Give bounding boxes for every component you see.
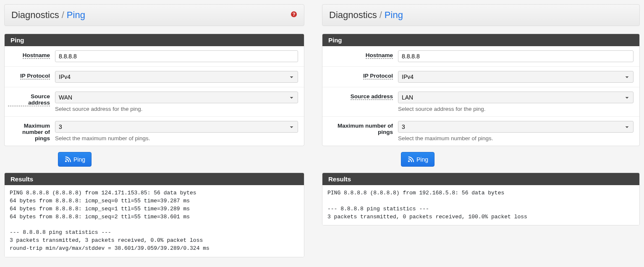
hostname-label: Hostname [5,50,55,59]
breadcrumb-bar: Diagnostics / Ping ? [4,4,304,26]
hostname-input[interactable] [398,50,634,62]
ping-form-panel: Ping Hostname IP Protocol IPv4 Source ad… [322,34,640,146]
help-icon[interactable]: ? [291,11,297,19]
action-row: Ping [322,152,640,167]
ipproto-row: IP Protocol IPv4 [322,67,639,87]
breadcrumb-current[interactable]: Ping [385,10,403,21]
panel-title: Ping [322,34,639,46]
hostname-row: Hostname [322,46,639,67]
results-panel: Results PING 8.8.8.8 (8.8.8.8) from 124.… [4,173,304,257]
left-pane: Diagnostics / Ping ? Ping Hostname IP Pr… [0,0,322,267]
ping-button-label: Ping [416,156,428,163]
ping-button[interactable]: Ping [401,152,435,167]
source-label: Source address [5,92,55,106]
panel-title: Ping [5,34,304,46]
hostname-row: Hostname [5,46,304,67]
ipproto-label: IP Protocol [322,71,398,79]
results-title: Results [5,173,304,185]
maxpings-row: Maximum number of pings 3 Select the max… [322,117,639,146]
right-pane: Diagnostics / Ping Ping Hostname IP Prot… [322,0,644,267]
breadcrumb: Diagnostics / Ping [329,10,403,21]
breadcrumb-current[interactable]: Ping [67,10,85,21]
ipproto-select[interactable]: IPv4 [55,71,298,83]
hostname-label: Hostname [322,50,398,59]
breadcrumb-parent[interactable]: Diagnostics [329,10,377,21]
maxpings-select[interactable]: 3 [398,121,634,133]
breadcrumb-bar: Diagnostics / Ping [322,4,640,26]
breadcrumb-separator: / [62,10,64,21]
source-select[interactable]: WAN [55,92,298,103]
source-help: Select source address for the ping. [398,106,634,112]
source-help: Select source address for the ping. [55,106,298,112]
results-output: PING 8.8.8.8 (8.8.8.8) from 124.171.153.… [5,185,304,257]
maxpings-help: Select the maximum number of pings. [55,135,298,141]
ipproto-label: IP Protocol [5,71,55,79]
ping-form-panel: Ping Hostname IP Protocol IPv4 Source ad… [4,34,304,146]
breadcrumb: Diagnostics / Ping [11,10,85,21]
ipproto-row: IP Protocol IPv4 [5,67,304,87]
maxpings-label: Maximum number of pings [5,121,55,141]
breadcrumb-parent[interactable]: Diagnostics [11,10,59,21]
maxpings-select[interactable]: 3 [55,121,298,133]
maxpings-row: Maximum number of pings 3 Select the max… [5,117,304,146]
results-output: PING 8.8.8.8 (8.8.8.8) from 192.168.5.8:… [322,185,639,225]
hostname-input[interactable] [55,50,298,62]
ipproto-select[interactable]: IPv4 [398,71,634,83]
results-title: Results [322,173,639,185]
action-row: Ping [4,152,304,167]
maxpings-help: Select the maximum number of pings. [398,135,634,141]
rss-icon [407,155,414,163]
rss-icon [64,155,71,163]
source-select[interactable]: LAN [398,92,634,103]
ping-button-label: Ping [73,156,85,163]
source-label: Source address [322,92,398,100]
maxpings-label: Maximum number of pings [322,121,398,135]
results-panel: Results PING 8.8.8.8 (8.8.8.8) from 192.… [322,173,640,225]
source-row: Source address LAN Select source address… [322,87,639,117]
ping-button[interactable]: Ping [58,152,92,167]
breadcrumb-separator: / [380,10,382,21]
source-row: Source address WAN Select source address… [5,87,304,117]
svg-text:?: ? [293,12,296,17]
